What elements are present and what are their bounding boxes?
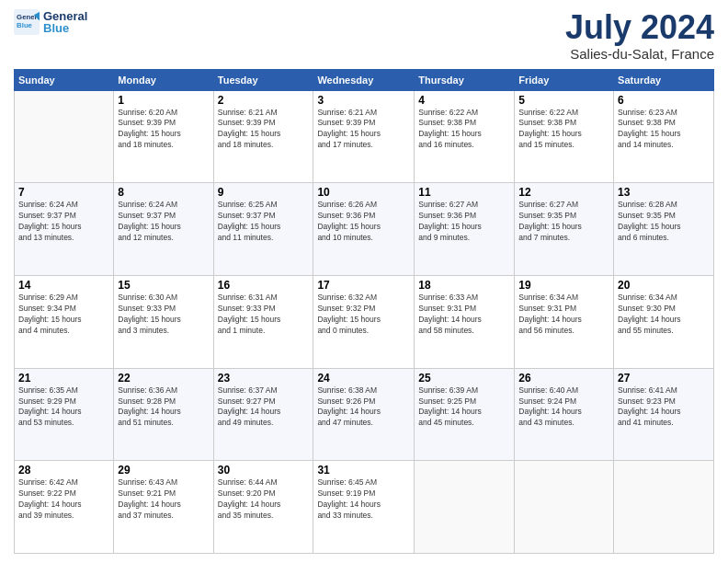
day-info: Sunrise: 6:27 AMSunset: 9:35 PMDaylight:… xyxy=(518,200,609,244)
calendar-cell: 19Sunrise: 6:34 AMSunset: 9:31 PMDayligh… xyxy=(515,275,614,368)
day-info: Sunrise: 6:39 AMSunset: 9:25 PMDaylight:… xyxy=(418,385,510,430)
day-info: Sunrise: 6:33 AMSunset: 9:31 PMDaylight:… xyxy=(418,293,510,337)
weekday-header-sunday: Sunday xyxy=(15,69,114,90)
calendar-cell: 29Sunrise: 6:43 AMSunset: 9:21 PMDayligh… xyxy=(114,461,213,554)
calendar-week-row: 21Sunrise: 6:35 AMSunset: 9:29 PMDayligh… xyxy=(15,368,714,461)
calendar-cell: 22Sunrise: 6:36 AMSunset: 9:28 PMDayligh… xyxy=(114,368,213,461)
day-number: 10 xyxy=(317,186,410,199)
day-info: Sunrise: 6:36 AMSunset: 9:28 PMDaylight:… xyxy=(118,385,209,430)
day-info: Sunrise: 6:41 AMSunset: 9:23 PMDaylight:… xyxy=(618,385,710,430)
location: Salies-du-Salat, France xyxy=(565,46,714,62)
calendar-cell xyxy=(15,90,114,183)
calendar-cell: 18Sunrise: 6:33 AMSunset: 9:31 PMDayligh… xyxy=(415,275,515,368)
day-number: 4 xyxy=(418,94,510,107)
calendar-cell xyxy=(415,461,515,554)
calendar-cell: 5Sunrise: 6:22 AMSunset: 9:38 PMDaylight… xyxy=(515,90,614,183)
day-info: Sunrise: 6:27 AMSunset: 9:36 PMDaylight:… xyxy=(418,200,510,244)
calendar-cell: 24Sunrise: 6:38 AMSunset: 9:26 PMDayligh… xyxy=(313,368,415,461)
calendar-cell: 11Sunrise: 6:27 AMSunset: 9:36 PMDayligh… xyxy=(415,183,515,276)
logo-icon: General Blue xyxy=(14,9,40,35)
day-info: Sunrise: 6:38 AMSunset: 9:26 PMDaylight:… xyxy=(317,385,410,430)
weekday-header-monday: Monday xyxy=(114,69,213,90)
day-info: Sunrise: 6:23 AMSunset: 9:38 PMDaylight:… xyxy=(618,108,710,152)
day-info: Sunrise: 6:35 AMSunset: 9:29 PMDaylight:… xyxy=(18,385,109,430)
month-title: July 2024 xyxy=(565,9,714,46)
day-info: Sunrise: 6:34 AMSunset: 9:30 PMDaylight:… xyxy=(618,293,710,337)
weekday-header-row: SundayMondayTuesdayWednesdayThursdayFrid… xyxy=(15,69,714,90)
day-number: 21 xyxy=(18,372,109,385)
day-number: 6 xyxy=(618,94,710,107)
day-number: 23 xyxy=(218,372,310,385)
day-info: Sunrise: 6:24 AMSunset: 9:37 PMDaylight:… xyxy=(118,200,209,244)
calendar-week-row: 14Sunrise: 6:29 AMSunset: 9:34 PMDayligh… xyxy=(15,275,714,368)
calendar-cell: 26Sunrise: 6:40 AMSunset: 9:24 PMDayligh… xyxy=(515,368,614,461)
calendar-cell: 28Sunrise: 6:42 AMSunset: 9:22 PMDayligh… xyxy=(15,461,114,554)
day-number: 20 xyxy=(618,279,710,292)
day-number: 22 xyxy=(118,372,209,385)
day-number: 31 xyxy=(317,464,410,477)
calendar-cell: 4Sunrise: 6:22 AMSunset: 9:38 PMDaylight… xyxy=(415,90,515,183)
day-info: Sunrise: 6:43 AMSunset: 9:21 PMDaylight:… xyxy=(118,477,209,522)
calendar-cell: 20Sunrise: 6:34 AMSunset: 9:30 PMDayligh… xyxy=(614,275,714,368)
calendar-cell xyxy=(515,461,614,554)
day-info: Sunrise: 6:28 AMSunset: 9:35 PMDaylight:… xyxy=(618,200,710,244)
day-info: Sunrise: 6:26 AMSunset: 9:36 PMDaylight:… xyxy=(317,200,410,244)
day-number: 16 xyxy=(218,279,310,292)
calendar-cell: 9Sunrise: 6:25 AMSunset: 9:37 PMDaylight… xyxy=(213,183,313,276)
title-block: July 2024 Salies-du-Salat, France xyxy=(565,9,714,62)
header: General Blue General Blue July 2024 Sali… xyxy=(14,9,714,62)
calendar-cell: 12Sunrise: 6:27 AMSunset: 9:35 PMDayligh… xyxy=(515,183,614,276)
calendar-cell: 17Sunrise: 6:32 AMSunset: 9:32 PMDayligh… xyxy=(313,275,415,368)
calendar-cell: 27Sunrise: 6:41 AMSunset: 9:23 PMDayligh… xyxy=(614,368,714,461)
calendar-week-row: 7Sunrise: 6:24 AMSunset: 9:37 PMDaylight… xyxy=(15,183,714,276)
day-number: 5 xyxy=(518,94,609,107)
weekday-header-friday: Friday xyxy=(515,69,614,90)
day-info: Sunrise: 6:30 AMSunset: 9:33 PMDaylight:… xyxy=(118,293,209,337)
calendar-cell: 21Sunrise: 6:35 AMSunset: 9:29 PMDayligh… xyxy=(15,368,114,461)
day-info: Sunrise: 6:31 AMSunset: 9:33 PMDaylight:… xyxy=(218,293,310,337)
day-number: 2 xyxy=(218,94,310,107)
day-number: 15 xyxy=(118,279,209,292)
day-info: Sunrise: 6:40 AMSunset: 9:24 PMDaylight:… xyxy=(518,385,609,430)
calendar-cell: 15Sunrise: 6:30 AMSunset: 9:33 PMDayligh… xyxy=(114,275,213,368)
weekday-header-tuesday: Tuesday xyxy=(213,69,313,90)
day-number: 24 xyxy=(317,372,410,385)
calendar-cell: 16Sunrise: 6:31 AMSunset: 9:33 PMDayligh… xyxy=(213,275,313,368)
calendar-week-row: 1Sunrise: 6:20 AMSunset: 9:39 PMDaylight… xyxy=(15,90,714,183)
calendar-cell: 25Sunrise: 6:39 AMSunset: 9:25 PMDayligh… xyxy=(415,368,515,461)
calendar-cell: 13Sunrise: 6:28 AMSunset: 9:35 PMDayligh… xyxy=(614,183,714,276)
day-number: 9 xyxy=(218,186,310,199)
day-number: 28 xyxy=(18,464,109,477)
logo-text: General Blue xyxy=(43,9,87,35)
day-info: Sunrise: 6:22 AMSunset: 9:38 PMDaylight:… xyxy=(518,108,609,152)
day-info: Sunrise: 6:34 AMSunset: 9:31 PMDaylight:… xyxy=(518,293,609,337)
weekday-header-thursday: Thursday xyxy=(415,69,515,90)
day-number: 17 xyxy=(317,279,410,292)
day-info: Sunrise: 6:25 AMSunset: 9:37 PMDaylight:… xyxy=(218,200,310,244)
logo: General Blue General Blue xyxy=(14,9,87,35)
day-info: Sunrise: 6:21 AMSunset: 9:39 PMDaylight:… xyxy=(317,108,410,152)
weekday-header-wednesday: Wednesday xyxy=(313,69,415,90)
day-number: 14 xyxy=(18,279,109,292)
day-info: Sunrise: 6:29 AMSunset: 9:34 PMDaylight:… xyxy=(18,293,109,337)
page: General Blue General Blue July 2024 Sali… xyxy=(0,0,728,563)
calendar-cell: 3Sunrise: 6:21 AMSunset: 9:39 PMDaylight… xyxy=(313,90,415,183)
calendar-cell: 6Sunrise: 6:23 AMSunset: 9:38 PMDaylight… xyxy=(614,90,714,183)
day-info: Sunrise: 6:24 AMSunset: 9:37 PMDaylight:… xyxy=(18,200,109,244)
calendar-cell xyxy=(614,461,714,554)
calendar-week-row: 28Sunrise: 6:42 AMSunset: 9:22 PMDayligh… xyxy=(15,461,714,554)
day-info: Sunrise: 6:32 AMSunset: 9:32 PMDaylight:… xyxy=(317,293,410,337)
day-number: 19 xyxy=(518,279,609,292)
day-number: 25 xyxy=(418,372,510,385)
day-number: 1 xyxy=(118,94,209,107)
calendar-cell: 31Sunrise: 6:45 AMSunset: 9:19 PMDayligh… xyxy=(313,461,415,554)
calendar-cell: 7Sunrise: 6:24 AMSunset: 9:37 PMDaylight… xyxy=(15,183,114,276)
day-number: 27 xyxy=(618,372,710,385)
calendar-cell: 23Sunrise: 6:37 AMSunset: 9:27 PMDayligh… xyxy=(213,368,313,461)
day-number: 13 xyxy=(618,186,710,199)
day-number: 8 xyxy=(118,186,209,199)
day-info: Sunrise: 6:20 AMSunset: 9:39 PMDaylight:… xyxy=(118,108,209,152)
day-number: 3 xyxy=(317,94,410,107)
calendar-cell: 30Sunrise: 6:44 AMSunset: 9:20 PMDayligh… xyxy=(213,461,313,554)
calendar-cell: 14Sunrise: 6:29 AMSunset: 9:34 PMDayligh… xyxy=(15,275,114,368)
